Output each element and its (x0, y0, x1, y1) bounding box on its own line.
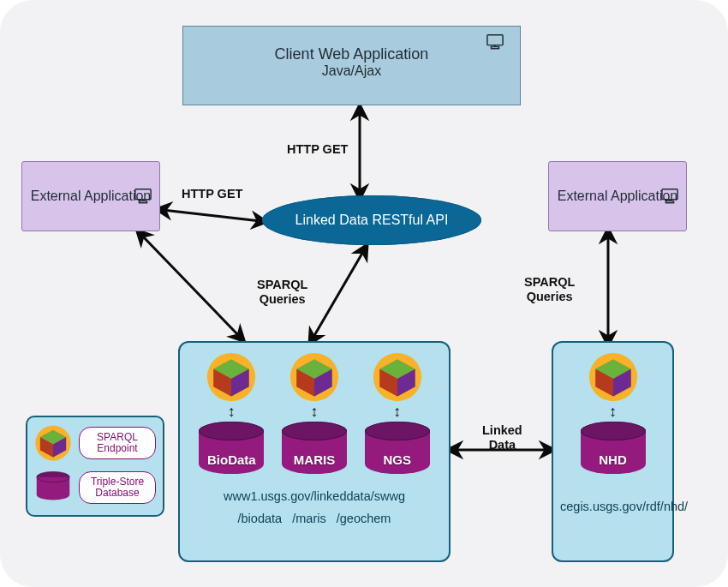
edge-label-sparql-left: SPARQL Queries (257, 278, 307, 308)
computer-icon (660, 166, 679, 183)
updown-arrow-icon: ↕ (310, 404, 318, 419)
legend-row-triple: Triple-Store Database (34, 469, 156, 506)
updown-arrow-icon: ↕ (228, 404, 236, 419)
computer-icon (134, 166, 152, 183)
legend-row-sparql: SPARQL Endpoint (34, 424, 156, 462)
db-label-nhd: NHD (581, 452, 646, 467)
sparql-endpoint-icon (372, 351, 423, 403)
svg-rect-9 (135, 189, 151, 200)
endpoint-biodata: ↕ BioData (193, 351, 270, 483)
svg-line-1 (163, 210, 260, 221)
datastore-left-url-bottom: /biodata /maris /geochem (190, 511, 439, 528)
database-icon: BioData (199, 422, 264, 482)
db-label-ngs: NGS (365, 452, 430, 467)
database-icon: NHD (581, 422, 646, 482)
diagram-canvas: Client Web Application Java/Ajax Externa… (0, 0, 728, 587)
datastore-box-right: ↕ NHD cegis.usgs.gov/rdf/nhd/ (552, 341, 674, 562)
client-subtitle: Java/Ajax (183, 63, 520, 79)
db-label-maris: MARIS (282, 452, 347, 467)
svg-rect-13 (665, 201, 673, 202)
computer-icon (486, 33, 504, 51)
client-box: Client Web Application Java/Ajax (182, 26, 521, 105)
endpoint-ngs: ↕ NGS (359, 351, 436, 483)
svg-rect-7 (491, 46, 498, 48)
svg-rect-10 (139, 201, 146, 202)
sparql-endpoint-icon (34, 424, 72, 462)
legend-box: SPARQL Endpoint Triple-Store Database (26, 416, 164, 517)
updown-arrow-icon: ↕ (393, 404, 401, 419)
edge-label-linked-data: Linked Data (482, 423, 522, 453)
svg-rect-12 (662, 189, 677, 200)
datastore-right-url: cegis.usgs.gov/rdf/nhd/ (560, 499, 665, 516)
db-label-biodata: BioData (199, 452, 264, 467)
database-icon: NGS (365, 422, 430, 482)
datastore-left-url-top: www1.usgs.gov/linkeddata/swwg (190, 488, 439, 506)
database-icon: MARIS (282, 422, 347, 482)
api-node: Linked Data RESTful API (262, 195, 481, 245)
updown-arrow-icon: ↕ (609, 404, 617, 419)
sparql-endpoint-icon (206, 351, 257, 403)
endpoint-maris: ↕ MARIS (276, 351, 353, 483)
database-icon (34, 469, 72, 506)
sparql-endpoint-icon (289, 351, 340, 403)
sparql-endpoint-icon (588, 351, 639, 403)
legend-label-triple: Triple-Store Database (79, 471, 156, 504)
edge-label-http-left: HTTP GET (182, 187, 242, 201)
legend-label-sparql: SPARQL Endpoint (79, 427, 156, 459)
client-title: Client Web Application (183, 45, 520, 63)
external-app-left: External Application (21, 161, 160, 231)
edge-label-sparql-right: SPARQL Queries (524, 275, 575, 305)
svg-rect-6 (487, 35, 503, 45)
edge-label-http-top: HTTP GET (287, 142, 348, 157)
svg-line-2 (141, 235, 240, 337)
external-app-right: External Application (548, 161, 687, 231)
endpoint-nhd: ↕ NHD (560, 351, 665, 483)
datastore-box-left: ↕ BioData ↕ MARIS ↕ NGS (178, 341, 451, 562)
api-label: Linked Data RESTful API (295, 213, 449, 227)
svg-line-3 (313, 250, 364, 338)
